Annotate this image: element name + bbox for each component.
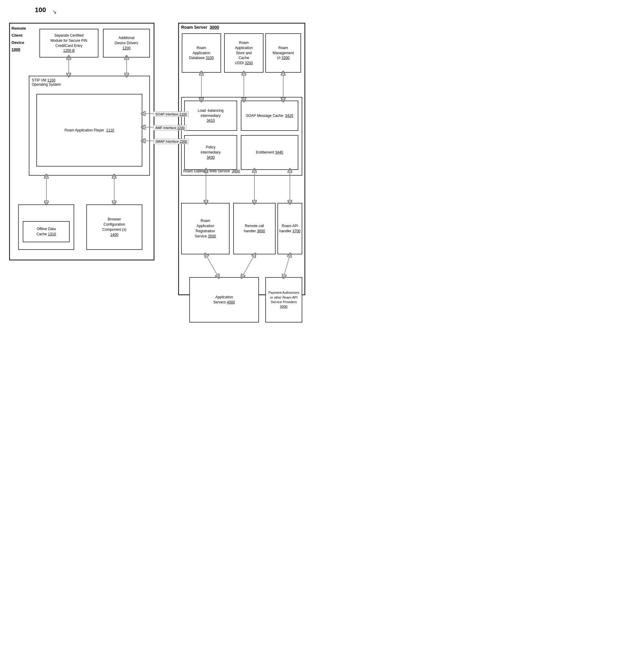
roam-api-handler-box: Roam APIhandler 3700 — [277, 203, 302, 255]
additional-drivers-label: AdditionalDevice Drivers1200 — [115, 35, 138, 51]
app-store-box: RoamApplicationStore andCacheUDDI 3200 — [224, 33, 263, 73]
architecture-diagram: 100 ↘ RemoteClientDevice1000 Separate Ce… — [6, 6, 309, 330]
management-ui-box: RoamManagementUI 3300 — [265, 33, 301, 73]
soap-cache-label: SOAP Message Cache 3420 — [246, 113, 294, 118]
stip-vm-label: STIP VM 1100Operating System — [32, 78, 61, 87]
certified-module-label: Separate CertifiedModule for Secure PINC… — [51, 33, 87, 53]
roam-server-label: Roam Server 3000 — [181, 25, 219, 30]
app-store-label: RoamApplicationStore andCacheUDDI 3200 — [235, 40, 253, 66]
certified-module-box: Separate CertifiedModule for Secure PINC… — [39, 29, 98, 57]
ref-arrow: ↘ — [52, 8, 56, 15]
browser-config-box: BrowserConfigurationComponent (s)1400 — [86, 205, 142, 250]
soap-cache-box: SOAP Message Cache 3420 — [241, 100, 298, 131]
smap-interface-label: SMAP Interface 2300 — [154, 139, 189, 144]
app-servers-label: ApplicationServers 4000 — [213, 295, 235, 305]
soap-interface-label: SOAP Interface 2100 — [154, 112, 189, 117]
reference-number: 100 — [35, 6, 46, 14]
amf-interface-label: AMF Interface 2200 — [154, 125, 187, 130]
entitlement-label: Entitlement 3440 — [256, 150, 283, 155]
additional-drivers-box: AdditionalDevice Drivers1200 — [103, 29, 150, 57]
browser-config-label: BrowserConfigurationComponent (s)1400 — [102, 217, 126, 237]
remote-call-handler-label: Remote callhandler 3600 — [244, 223, 265, 234]
policy-intermediary-label: Policyintermediary3430 — [201, 145, 220, 160]
offline-data-cache-box: Offline DataCache 1310 — [23, 221, 70, 242]
load-balancing-box: Load -balancingintermediary3410 — [184, 100, 237, 131]
offline-data-cache-label: Offline DataCache 1310 — [36, 226, 56, 237]
remote-call-handler-box: Remote callhandler 3600 — [233, 203, 276, 255]
load-balancing-label: Load -balancingintermediary3410 — [198, 108, 224, 123]
registration-service-box: RoamApplicationRegistrationService 3500 — [181, 203, 230, 255]
app-database-label: RoamApplicationDatabase 3100 — [189, 45, 213, 61]
management-ui-label: RoamManagementUI 3300 — [273, 45, 294, 61]
roam-api-handler-label: Roam APIhandler 3700 — [279, 223, 301, 234]
policy-intermediary-box: Policyintermediary3430 — [184, 135, 237, 170]
app-servers-box: ApplicationServers 4000 — [189, 277, 259, 322]
app-database-box: RoamApplicationDatabase 3100 — [182, 33, 221, 73]
payment-auth-box: Payment Authorizersor other Roam APIServ… — [265, 277, 302, 322]
payment-auth-label: Payment Authorizersor other Roam APIServ… — [269, 290, 299, 309]
remote-client-label: RemoteClientDevice1000 — [11, 25, 26, 53]
registration-service-label: RoamApplicationRegistrationService 3500 — [195, 218, 216, 239]
entitlement-box: Entitlement 3440 — [241, 135, 298, 170]
roam-player-box: Roam Application Player 1110 — [36, 94, 142, 167]
roam-player-label: Roam Application Player 1110 — [65, 128, 114, 133]
